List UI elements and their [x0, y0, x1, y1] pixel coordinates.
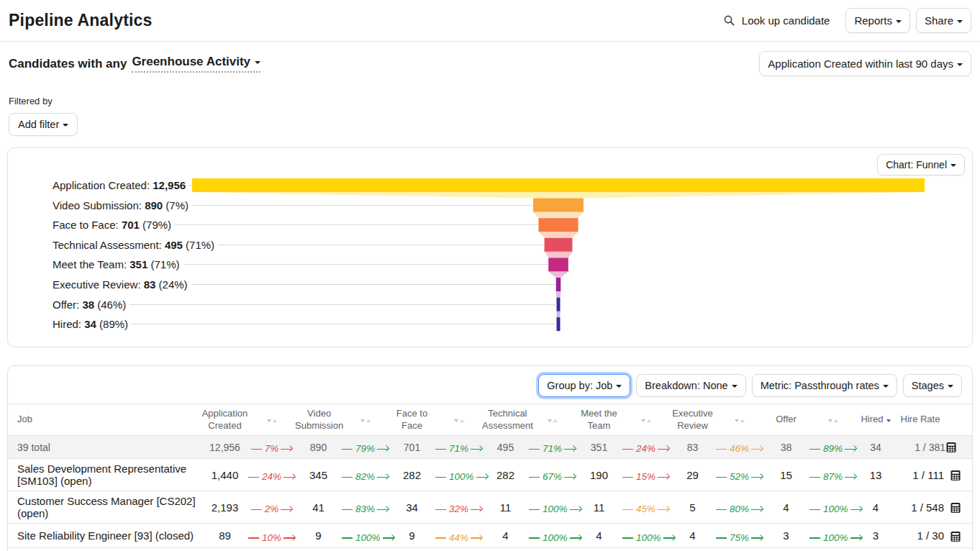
sort-toggle[interactable]	[622, 404, 669, 436]
funnel-transition	[192, 192, 925, 199]
sort-toggle[interactable]	[716, 404, 763, 436]
column-header-spacer	[945, 404, 972, 436]
table-row: Site Reliability Engineer [93] (closed)8…	[8, 524, 972, 548]
passthrough-rate: 71%	[529, 444, 576, 454]
calculator-icon[interactable]	[945, 442, 957, 453]
column-header-hire-rate[interactable]: Hire Rate	[895, 404, 945, 436]
chevron-down-icon	[616, 385, 622, 388]
stage-count-cell: 495	[482, 436, 529, 459]
reports-button[interactable]: Reports	[845, 8, 910, 33]
stages-label: Stages	[912, 380, 944, 391]
arrow-tail	[529, 449, 540, 450]
hire-rate-cell: 1 / 111	[895, 459, 945, 491]
calculator-cell[interactable]	[945, 524, 972, 548]
lookup-candidate[interactable]: Look up candidate	[723, 14, 830, 27]
calculator-cell[interactable]	[945, 459, 972, 491]
breakdown-button[interactable]: Breakdown: None	[636, 374, 745, 397]
share-button[interactable]: Share	[916, 8, 971, 33]
column-header-label: Application Created	[202, 408, 248, 432]
arrow-tail	[435, 509, 446, 510]
stage-count-cell: 11	[482, 491, 529, 524]
passthrough-cell: 87%	[809, 459, 856, 491]
passthrough-cell: 71%	[529, 436, 576, 459]
arrow-tail	[529, 537, 540, 538]
calculator-icon[interactable]	[950, 502, 961, 514]
funnel-label-text: Technical Assessment: 495 (71%)	[53, 239, 214, 251]
sort-toggle[interactable]	[248, 404, 295, 436]
passthrough-cell: 83%	[342, 491, 389, 524]
funnel-label-text: Video Submission: 890 (7%)	[53, 199, 189, 211]
add-filter-button[interactable]: Add filter	[9, 113, 78, 136]
funnel-bar-6[interactable]	[556, 278, 561, 291]
arrow-tail	[342, 477, 353, 478]
sort-toggle[interactable]	[809, 404, 856, 436]
passthrough-rate: 52%	[716, 472, 763, 482]
funnel-bar-5[interactable]	[548, 258, 568, 271]
passthrough-rate: 7%	[251, 444, 293, 454]
column-header-face-to-face[interactable]: Face to Face	[389, 404, 435, 436]
passthrough-rate: 10%	[248, 533, 295, 543]
page-title: Pipeline Analytics	[9, 11, 153, 30]
column-header-meet-the-team[interactable]: Meet the Team	[576, 404, 622, 436]
column-header-hired[interactable]: Hired	[856, 404, 895, 436]
arrow-head	[283, 477, 295, 478]
funnel-transition	[556, 291, 561, 298]
sort-toggle[interactable]	[342, 404, 389, 436]
metric-button[interactable]: Metric: Passthrough rates	[752, 374, 897, 397]
calculator-icon[interactable]	[950, 531, 961, 542]
arrow-tail	[342, 449, 353, 450]
passthrough-rate: 100%	[529, 533, 581, 543]
arrow-tail	[342, 537, 353, 538]
stage-count-cell: 4	[763, 491, 809, 524]
funnel-bar-3[interactable]	[538, 218, 578, 232]
funnel-label: Offer: 38 (46%)	[53, 298, 557, 311]
column-header-executive-review[interactable]: Executive Review	[669, 404, 716, 436]
column-header-technical-assessment[interactable]: Technical Assessment	[482, 404, 529, 436]
column-header-offer[interactable]: Offer	[763, 404, 809, 436]
funnel-label-text: Executive Review: 83 (24%)	[53, 278, 188, 291]
stage-count-cell: 4	[669, 524, 716, 548]
group-by-button[interactable]: Group by: Job	[538, 374, 630, 397]
passthrough-rate: 80%	[716, 504, 763, 514]
calculator-icon[interactable]	[950, 470, 961, 481]
date-range-button[interactable]: Application Created within last 90 days	[759, 51, 971, 76]
table-row: Sales Development Representative [SM103]…	[8, 459, 972, 491]
hired-count-cell: 34	[856, 436, 895, 459]
passthrough-rate: 24%	[622, 444, 669, 454]
entity-selector[interactable]: Greenhouse Activity	[132, 55, 260, 73]
funnel-bar-7[interactable]	[557, 298, 561, 311]
funnel-label-text: Application Created: 12,956	[53, 179, 186, 191]
stage-count-cell: 15	[763, 459, 809, 491]
arrow-head	[471, 509, 482, 510]
job-cell[interactable]: Site Reliability Engineer [93] (closed)	[8, 524, 201, 548]
passthrough-rate: 100%	[435, 472, 488, 482]
funnel-label-text: Meet the Team: 351 (71%)	[53, 258, 180, 270]
sort-toggle[interactable]	[435, 404, 482, 436]
column-header-job[interactable]: Job	[8, 404, 201, 436]
arrow-head	[751, 449, 763, 450]
stages-button[interactable]: Stages	[903, 374, 962, 397]
sort-active-desc-icon	[886, 419, 891, 422]
funnel-transition	[538, 232, 578, 238]
pipeline-table-card: Group by: JobBreakdown: NoneMetric: Pass…	[7, 365, 973, 551]
chevron-down-icon	[957, 20, 963, 23]
stage-count-cell: 9	[295, 524, 342, 548]
arrow-tail	[809, 537, 820, 538]
calculator-cell[interactable]	[945, 491, 972, 524]
funnel-bar-4[interactable]	[545, 238, 573, 252]
passthrough-cell: 100%	[622, 524, 669, 548]
column-header-application-created[interactable]: Application Created	[201, 404, 248, 436]
arrow-tail	[622, 477, 633, 478]
sort-toggle[interactable]	[529, 404, 576, 436]
job-cell[interactable]: Sales Development Representative [SM103]…	[8, 459, 201, 491]
arrow-head	[283, 537, 295, 538]
stage-count-cell: 41	[295, 491, 342, 524]
job-cell[interactable]: Customer Success Manager [CS202] (open)	[8, 491, 201, 524]
column-header-video-submission[interactable]: Video Submission	[295, 404, 342, 436]
funnel-bar-1[interactable]	[192, 178, 925, 192]
funnel-label-text: Face to Face: 701 (79%)	[53, 219, 171, 231]
funnel-bar-2[interactable]	[533, 199, 584, 212]
chart-type-button[interactable]: Chart: Funnel	[877, 154, 965, 176]
calculator-cell[interactable]	[945, 436, 972, 459]
funnel-bar-8[interactable]	[557, 317, 561, 331]
